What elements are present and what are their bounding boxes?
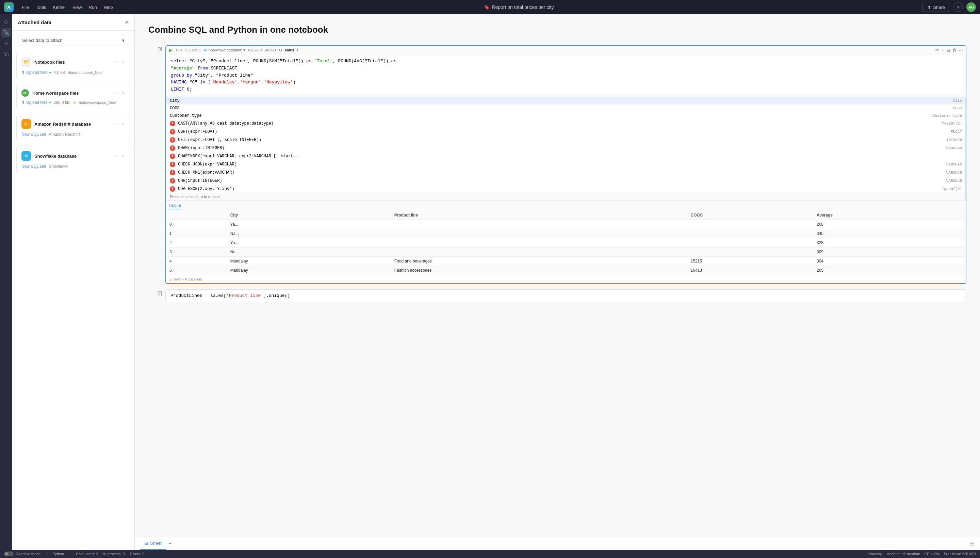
topbar-right: ⬆ Share ? AG xyxy=(922,2,976,12)
table-row: 1Na...345 xyxy=(166,229,966,238)
notebook-files-card: 📁 Notebook files ⋯ › ⬆ Upload files ▾ 4.… xyxy=(16,53,130,79)
delete-cell-btn[interactable]: 🗑 xyxy=(952,48,957,53)
autocomplete-item[interactable]: f CHECK_XML(expr:VARCHAR) VARCHAR xyxy=(166,169,965,177)
data-select-dropdown[interactable]: Select data to attach ▾ xyxy=(18,35,129,46)
python-code-editor[interactable]: ProductLines = sales['Product line'].uni… xyxy=(166,290,966,302)
run-cell-button[interactable]: ▶ xyxy=(169,47,172,53)
more-options-button[interactable]: ⋯ xyxy=(112,59,119,66)
autocomplete-item[interactable]: COGS COGS xyxy=(166,105,965,112)
autocomplete-item[interactable]: f CEIL(expr:FLOAT [, scale:INTEGER]) INT… xyxy=(166,136,965,144)
autocomplete-item[interactable]: f COALESCE(X:any, Y:any*) TypeOf(0) xyxy=(166,185,965,193)
snowflake-card: ❄ Snowflake database ⋯ › New SQL cell Sn… xyxy=(16,147,130,173)
output-tab-bar: Output xyxy=(166,201,966,211)
table-row: 5MandalayFashion accessories16413265 xyxy=(166,266,966,275)
chevron-down-icon: ▾ xyxy=(122,38,124,43)
col-header-cogs: COGS xyxy=(687,211,813,220)
list-icon-btn[interactable]: ☰ xyxy=(2,39,11,48)
menu-tools[interactable]: Tools xyxy=(33,3,49,11)
autocomplete-dropdown: City City COGS COGS Customer type Custom… xyxy=(166,97,966,201)
list-icon: ☰ xyxy=(4,41,8,46)
amazon-redshift-card: RS Amazon Redshift database ⋯ › New SQL … xyxy=(16,115,130,141)
toggle-knob xyxy=(5,552,8,556)
new-sql-cell-button[interactable]: New SQL cell xyxy=(21,132,46,137)
ac-custtype-name: Customer type xyxy=(170,113,930,118)
in-process-label: In process: 0 xyxy=(103,552,125,556)
paperclip-icon-btn[interactable]: 📎 xyxy=(2,28,11,38)
autocomplete-item[interactable]: f CHAR(input:INTEGER) VARCHAR xyxy=(166,144,965,152)
upload-files-button[interactable]: ⬆ Upload files ▾ xyxy=(21,100,51,105)
col-header-average: Average xyxy=(813,211,966,220)
menu-help[interactable]: Help xyxy=(101,3,116,11)
autocomplete-item[interactable]: City City xyxy=(166,97,965,105)
cell-8-toolbar: ▶ 1.2s SOURCE ❄ Snowflake database ▾ RES… xyxy=(166,46,966,54)
more-options-button[interactable]: ⋯ xyxy=(112,90,119,96)
variable-icon-btn[interactable]: {x} xyxy=(2,50,11,59)
more-options-btn[interactable]: ⋯ xyxy=(959,48,963,53)
info-icon: ℹ xyxy=(297,48,298,53)
reactive-mode-toggle[interactable]: Reactive mode xyxy=(4,551,41,556)
bottom-tabs: ⊞ Sheet + ⊟ xyxy=(135,537,980,550)
menu-file[interactable]: File xyxy=(19,3,32,11)
ac-cogs-name: COGS xyxy=(170,106,951,111)
menu-kernel[interactable]: Kernel xyxy=(50,3,69,11)
panel-title: Attached data xyxy=(18,20,51,25)
cell-8-output: Output City Product line COGS Ave xyxy=(166,201,966,283)
autocomplete-item[interactable]: f CBRT(expr:FLOAT) FLOAT xyxy=(166,128,965,136)
menu-view[interactable]: View xyxy=(70,3,85,11)
table-row: 2Ya...328 xyxy=(166,238,966,247)
bookmark-icon: 🔖 xyxy=(484,5,490,10)
func-badge: f xyxy=(170,178,175,184)
upload-icon: ⬆ xyxy=(21,70,25,75)
autocomplete-item[interactable]: Customer type Customer type xyxy=(166,112,965,120)
ac-custtype-type: Customer type xyxy=(933,114,962,118)
menu-run[interactable]: Run xyxy=(86,3,100,11)
expand-button[interactable]: › xyxy=(121,153,125,159)
new-sql-cell-button[interactable]: New SQL cell xyxy=(21,164,46,169)
variable-icon: {x} xyxy=(3,52,9,57)
sql-code-editor[interactable]: select "City", "Product line", ROUND(SUM… xyxy=(166,54,966,97)
output-tab[interactable]: Output xyxy=(169,203,181,209)
autocomplete-item[interactable]: f CAST(ANY:any AS cast_datatype:datatype… xyxy=(166,120,965,128)
table-row: 0Ya...268 xyxy=(166,220,966,229)
layers-icon-btn[interactable]: ⬡ xyxy=(2,17,11,26)
help-button[interactable]: ? xyxy=(954,2,963,12)
share-button[interactable]: ⬆ Share xyxy=(922,3,950,12)
table-row: 3Na...309 xyxy=(166,247,966,256)
toggle-switch[interactable] xyxy=(4,551,14,556)
autocomplete-item[interactable]: f CHARINDEX(expr1:VARCHAR, expr2:VARCHAR… xyxy=(166,152,965,160)
ac-cogs-type: COGS xyxy=(953,106,962,110)
attached-data-panel: Attached data ✕ Select data to attach ▾ … xyxy=(12,14,135,550)
autocomplete-hint: Press ↵ to insert, ⇥ to replace xyxy=(166,193,965,200)
paperclip-icon: 📎 xyxy=(3,30,9,35)
func-badge: f xyxy=(170,121,175,126)
cell-toolbar-actions: 👁 + ⊞ 🗑 ⋯ xyxy=(935,48,963,53)
errors-label: Errors: 0 xyxy=(130,552,145,556)
add-cell-btn[interactable]: + xyxy=(942,48,944,53)
add-tab-button[interactable]: + xyxy=(166,541,174,547)
upload-files-button[interactable]: ⬆ Upload files ▾ xyxy=(21,70,51,75)
expand-panel-icon[interactable]: ⊟ xyxy=(970,540,975,547)
ac-city-type: City xyxy=(953,99,962,103)
expand-button[interactable]: › xyxy=(121,120,125,127)
panel-header: Attached data ✕ xyxy=(12,14,134,31)
autocomplete-item[interactable]: f CHECK_JSON(expr:VARCHAR) VARCHAR xyxy=(166,160,965,169)
cell-7-wrapper: ProductLines = sales['Product line'].uni… xyxy=(165,289,966,302)
more-options-button[interactable]: ⋯ xyxy=(112,120,119,127)
tab-sheet[interactable]: ⊞ Sheet xyxy=(140,537,166,550)
notebook-area: Combine SQL and Python in one notebook [… xyxy=(135,14,980,550)
source-chevron-icon: ▾ xyxy=(243,48,245,53)
warning-icon: ⚠ xyxy=(72,100,76,105)
app-logo: DL xyxy=(4,2,14,12)
calculated-label: Calculated: 2 xyxy=(76,552,98,556)
more-options-button[interactable]: ⋯ xyxy=(112,153,119,159)
snowflake-icon: ❄ xyxy=(21,151,31,161)
cell-8: [8] ▶ 1.2s SOURCE ❄ Snowflake database ▾ xyxy=(148,45,966,284)
folder-icon: 📁 xyxy=(21,57,31,67)
eye-icon-btn[interactable]: 👁 xyxy=(935,48,939,53)
expand-button[interactable]: › xyxy=(121,59,125,66)
autocomplete-item[interactable]: f CHR(input:INTEGER) VARCHAR xyxy=(166,177,965,185)
user-avatar-small: AG xyxy=(21,89,29,97)
table-view-btn[interactable]: ⊞ xyxy=(946,48,950,53)
expand-button[interactable]: › xyxy=(121,90,125,96)
close-panel-button[interactable]: ✕ xyxy=(124,19,129,26)
